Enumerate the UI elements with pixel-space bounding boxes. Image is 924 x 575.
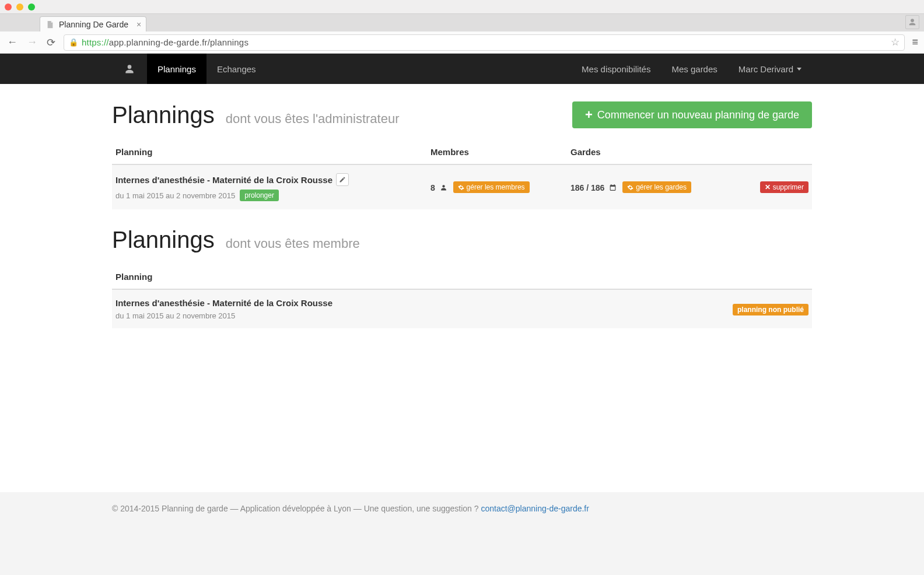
planning-name[interactable]: Internes d'anesthésie - Maternité de la … [116, 298, 332, 308]
forward-button[interactable]: → [26, 36, 38, 48]
planning-dates: du 1 mai 2015 au 2 novembre 2015 [116, 311, 235, 320]
user-icon [908, 18, 916, 26]
members-count: 8 [430, 183, 435, 192]
gardes-count: 186 / 186 [570, 183, 604, 192]
file-icon [46, 20, 54, 29]
app-footer: © 2014-2015 Planning de garde — Applicat… [0, 492, 924, 525]
lock-icon: 🔒 [69, 38, 78, 47]
gear-icon [458, 184, 464, 191]
nav-user-name: Marc Derivard [738, 64, 793, 74]
browser-toolbar: ← → ⟳ 🔒 https://app.planning-de-garde.fr… [0, 31, 924, 54]
new-planning-button[interactable]: + Commencer un nouveau planning de garde [572, 101, 812, 128]
app-navbar: Plannings Echanges Mes disponibilités Me… [0, 54, 924, 84]
close-icon: ✕ [765, 183, 771, 191]
url-text: https://app.planning-de-garde.fr/plannin… [82, 37, 249, 47]
unpublished-label: planning non publié [733, 304, 808, 315]
manage-gardes-button[interactable]: gérer les gardes [622, 181, 691, 193]
prolonger-button[interactable]: prolonger [240, 190, 279, 201]
back-button[interactable]: ← [6, 36, 19, 48]
plus-icon: + [585, 108, 593, 121]
col-planning: Planning [112, 265, 672, 289]
gear-icon [627, 184, 634, 191]
tab-title: Planning De Garde [59, 20, 128, 29]
planning-dates: du 1 mai 2015 au 2 novembre 2015 [116, 191, 235, 200]
planning-row: Internes d'anesthésie - Maternité de la … [112, 289, 812, 328]
planning-row: Internes d'anesthésie - Maternité de la … [112, 164, 812, 209]
manage-gardes-label: gérer les gardes [636, 183, 687, 191]
mac-titlebar [0, 0, 924, 14]
reload-button[interactable]: ⟳ [46, 36, 57, 49]
edit-name-button[interactable] [336, 173, 349, 186]
manage-members-button[interactable]: gérer les membres [453, 181, 530, 193]
window-close-button[interactable] [5, 3, 12, 10]
brand-logo[interactable] [112, 54, 147, 84]
browser-tab[interactable]: Planning De Garde × [40, 16, 146, 31]
user-icon [124, 62, 135, 75]
chrome-menu-button[interactable]: ≡ [912, 36, 918, 48]
user-icon [440, 184, 447, 191]
footer-contact-link[interactable]: contact@planning-de-garde.fr [481, 504, 589, 513]
new-planning-label: Commencer un nouveau planning de garde [597, 109, 799, 121]
nav-disponibilites[interactable]: Mes disponibilités [571, 54, 661, 84]
address-bar[interactable]: 🔒 https://app.planning-de-garde.fr/plann… [64, 34, 905, 51]
calendar-icon [609, 184, 617, 191]
nav-user-menu[interactable]: Marc Derivard [728, 54, 812, 84]
col-gardes: Gardes [567, 140, 742, 164]
planning-name[interactable]: Internes d'anesthésie - Maternité de la … [116, 175, 332, 185]
pencil-icon [339, 176, 346, 183]
chevron-down-icon [797, 68, 802, 71]
footer-text: © 2014-2015 Planning de garde — Applicat… [112, 504, 481, 513]
manage-members-label: gérer les membres [467, 183, 525, 191]
admin-plannings-table: Planning Membres Gardes Internes d'anest… [112, 140, 812, 209]
window-zoom-button[interactable] [28, 3, 35, 10]
nav-plannings[interactable]: Plannings [147, 54, 206, 84]
window-minimize-button[interactable] [16, 3, 23, 10]
nav-gardes[interactable]: Mes gardes [661, 54, 727, 84]
member-plannings-table: Planning Internes d'anesthésie - Materni… [112, 265, 812, 328]
delete-label: supprimer [773, 183, 804, 191]
col-planning: Planning [112, 140, 427, 164]
admin-heading: Plannings dont vous êtes l'administrateu… [112, 102, 400, 128]
bookmark-star-icon[interactable]: ☆ [891, 36, 900, 48]
chrome-profile-button[interactable] [905, 15, 919, 29]
col-membres: Membres [427, 140, 567, 164]
close-tab-icon[interactable]: × [136, 20, 141, 29]
browser-tabstrip: Planning De Garde × [0, 14, 924, 31]
delete-planning-button[interactable]: ✕ supprimer [760, 181, 808, 193]
nav-echanges[interactable]: Echanges [206, 54, 267, 84]
member-heading: Plannings dont vous êtes membre [112, 227, 812, 253]
